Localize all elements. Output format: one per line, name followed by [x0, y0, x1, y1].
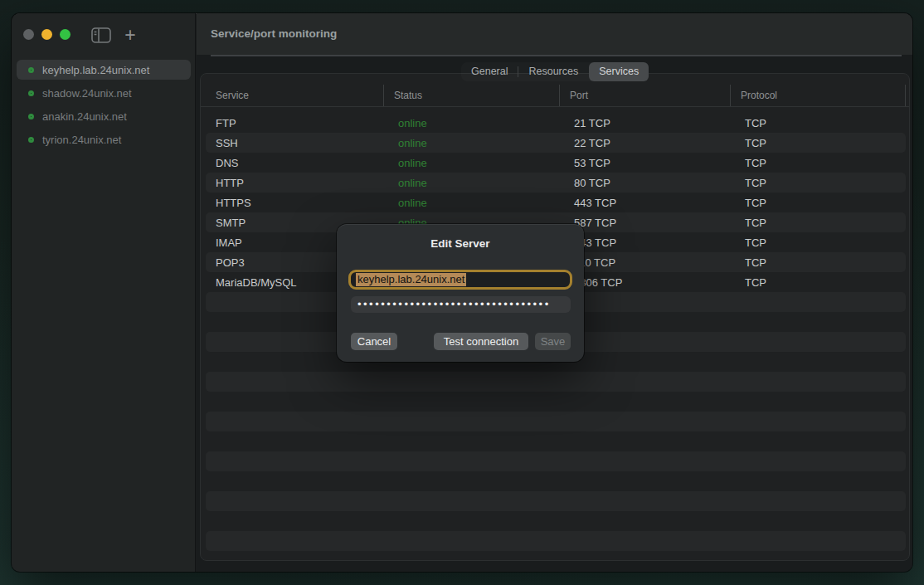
- sidebar: + keyhelp.lab.24unix.netshadow.24unix.ne…: [12, 13, 196, 572]
- cell-protocol: TCP: [735, 217, 906, 229]
- page-title: Service/port monitoring: [211, 13, 337, 55]
- cell-status: online: [388, 197, 564, 209]
- status-dot-icon: [28, 90, 34, 96]
- cell-port: 22 TCP: [564, 137, 735, 149]
- zoom-button[interactable]: [60, 29, 71, 40]
- column-header-status: Status: [383, 85, 559, 106]
- tab-bar: GeneralResourcesServices: [461, 62, 649, 81]
- empty-row: [206, 431, 906, 451]
- cell-protocol: TCP: [735, 256, 906, 269]
- main-header: Service/port monitoring: [197, 13, 912, 55]
- server-list: keyhelp.lab.24unix.netshadow.24unix.neta…: [17, 60, 191, 153]
- empty-row: [206, 392, 906, 412]
- cell-protocol: TCP: [735, 157, 906, 169]
- table-row[interactable]: HTTPSonline443 TCPTCP: [206, 193, 906, 212]
- column-header-end-separator: [905, 85, 912, 106]
- table-row[interactable]: DNSonline53 TCPTCP: [206, 153, 906, 173]
- empty-row: [206, 471, 906, 491]
- host-input[interactable]: keyhelp.lab.24unix.net: [348, 270, 572, 290]
- minimize-button[interactable]: [41, 29, 52, 40]
- password-input[interactable]: •••••••••••••••••••••••••••••••••: [351, 296, 571, 313]
- test-connection-button[interactable]: Test connection: [434, 333, 528, 350]
- sidebar-titlebar: +: [12, 13, 195, 56]
- cell-port: 21 TCP: [564, 117, 735, 129]
- app-window: + keyhelp.lab.24unix.netshadow.24unix.ne…: [12, 13, 912, 572]
- cell-protocol: TCP: [735, 177, 906, 189]
- cell-status: online: [388, 157, 564, 169]
- tab-resources[interactable]: Resources: [518, 62, 588, 81]
- table-row[interactable]: FTPonline21 TCPTCP: [206, 113, 906, 133]
- save-button[interactable]: Save: [535, 333, 571, 350]
- table-row[interactable]: HTTPonline80 TCPTCP: [206, 173, 906, 193]
- tab-services[interactable]: Services: [589, 62, 649, 81]
- host-input-selected-text: keyhelp.lab.24unix.net: [356, 273, 466, 286]
- server-name-label: anakin.24unix.net: [42, 110, 127, 123]
- cell-service: SSH: [206, 137, 388, 149]
- tab-general[interactable]: General: [461, 62, 518, 81]
- empty-row: [206, 372, 906, 392]
- cell-protocol: TCP: [735, 276, 906, 289]
- server-name-label: shadow.24unix.net: [42, 87, 132, 100]
- server-name-label: keyhelp.lab.24unix.net: [42, 64, 149, 76]
- dialog-title: Edit Server: [337, 237, 584, 250]
- cell-protocol: TCP: [735, 197, 906, 209]
- table-row[interactable]: SSHonline22 TCPTCP: [206, 133, 906, 153]
- cancel-button[interactable]: Cancel: [351, 333, 397, 350]
- edit-server-dialog: Edit Server keyhelp.lab.24unix.net •••••…: [337, 224, 584, 362]
- empty-row: [206, 451, 906, 471]
- cell-status: online: [388, 137, 564, 149]
- cell-protocol: TCP: [735, 117, 906, 129]
- column-header-port: Port: [559, 85, 730, 106]
- cell-port: 3306 TCP: [564, 276, 735, 289]
- server-name-label: tyrion.24unix.net: [42, 134, 121, 146]
- close-button[interactable]: [23, 29, 34, 40]
- cell-port: 80 TCP: [564, 177, 735, 189]
- cell-port: 110 TCP: [564, 256, 735, 269]
- column-header-protocol: Protocol: [730, 85, 905, 106]
- status-dot-icon: [28, 114, 34, 119]
- table-header: ServiceStatusPortProtocol: [201, 85, 909, 107]
- header-divider: [211, 55, 902, 56]
- cell-port: 587 TCP: [564, 217, 735, 229]
- cell-service: FTP: [206, 117, 388, 129]
- sidebar-item-server[interactable]: tyrion.24unix.net: [17, 129, 191, 149]
- status-dot-icon: [28, 67, 34, 73]
- cell-service: DNS: [206, 157, 388, 169]
- cell-status: online: [388, 177, 564, 189]
- add-server-button[interactable]: +: [120, 23, 140, 46]
- cell-port: 143 TCP: [564, 236, 735, 249]
- empty-row: [206, 412, 906, 431]
- cell-port: 443 TCP: [564, 197, 735, 209]
- password-masked-value: •••••••••••••••••••••••••••••••••: [357, 298, 551, 310]
- cell-service: HTTPS: [206, 197, 388, 209]
- cell-service: HTTP: [206, 177, 388, 189]
- column-header-service: Service: [201, 85, 383, 106]
- empty-row: [206, 491, 906, 511]
- empty-row: [206, 511, 906, 531]
- sidebar-toggle-icon[interactable]: [91, 27, 111, 43]
- empty-row: [206, 531, 906, 551]
- status-dot-icon: [28, 137, 34, 143]
- cell-protocol: TCP: [735, 137, 906, 149]
- cell-status: online: [388, 117, 564, 129]
- cell-protocol: TCP: [735, 236, 906, 249]
- sidebar-item-server[interactable]: anakin.24unix.net: [17, 106, 191, 126]
- cell-port: 53 TCP: [564, 157, 735, 169]
- sidebar-item-server[interactable]: keyhelp.lab.24unix.net: [17, 60, 191, 80]
- sidebar-item-server[interactable]: shadow.24unix.net: [17, 83, 191, 103]
